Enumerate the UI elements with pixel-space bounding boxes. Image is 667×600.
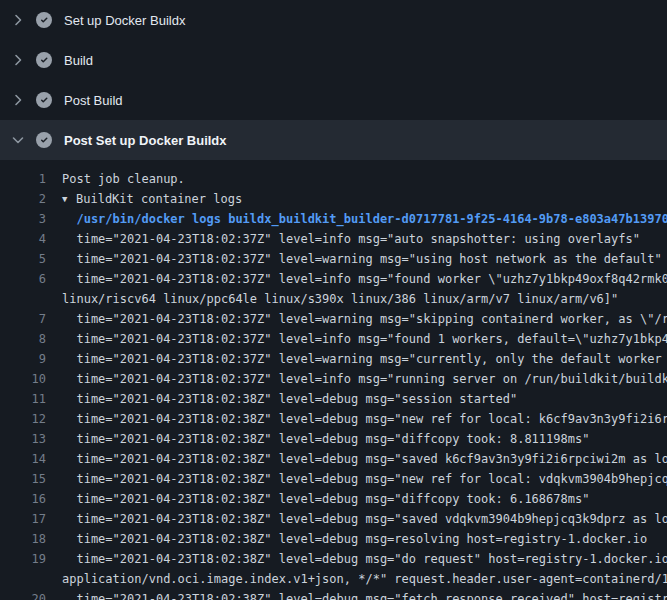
- log-line: 13 time="2021-04-23T18:02:38Z" level=deb…: [0, 429, 667, 449]
- log-line: application/vnd.oci.image.index.v1+json,…: [0, 569, 667, 589]
- line-number[interactable]: 9: [0, 349, 62, 369]
- chevron-right-icon: [10, 12, 26, 28]
- line-number[interactable]: 4: [0, 229, 62, 249]
- line-number[interactable]: 8: [0, 329, 62, 349]
- log-text: linux/riscv64 linux/ppc64le linux/s390x …: [62, 289, 618, 309]
- line-number[interactable]: 7: [0, 309, 62, 329]
- log-line: 2▼BuildKit container logs: [0, 189, 667, 209]
- log-text: time="2021-04-23T18:02:38Z" level=debug …: [62, 429, 589, 449]
- step-header-post-build[interactable]: Post Build: [0, 80, 667, 120]
- log-line: 15 time="2021-04-23T18:02:38Z" level=deb…: [0, 469, 667, 489]
- log-text: time="2021-04-23T18:02:37Z" level=warnin…: [62, 349, 667, 369]
- line-number[interactable]: 5: [0, 249, 62, 269]
- line-number[interactable]: 12: [0, 409, 62, 429]
- workflow-log-viewer: Set up Docker BuildxBuildPost BuildPost …: [0, 0, 667, 600]
- log-line: 20 time="2021-04-23T18:02:38Z" level=deb…: [0, 589, 667, 600]
- log-line: linux/riscv64 linux/ppc64le linux/s390x …: [0, 289, 667, 309]
- line-number: [0, 569, 62, 589]
- log-text: time="2021-04-23T18:02:38Z" level=debug …: [62, 469, 667, 489]
- step-label: Set up Docker Buildx: [64, 13, 185, 28]
- step-label: Build: [64, 53, 93, 68]
- log-line: 16 time="2021-04-23T18:02:38Z" level=deb…: [0, 489, 667, 509]
- line-number[interactable]: 13: [0, 429, 62, 449]
- log-text: time="2021-04-23T18:02:38Z" level=debug …: [62, 589, 667, 600]
- line-number[interactable]: 2: [0, 189, 62, 209]
- line-number: [0, 289, 62, 309]
- log-text: time="2021-04-23T18:02:37Z" level=info m…: [62, 369, 667, 389]
- check-circle-icon: [36, 12, 52, 28]
- log-text: time="2021-04-23T18:02:38Z" level=debug …: [62, 509, 667, 529]
- log-line: 3 /usr/bin/docker logs buildx_buildkit_b…: [0, 209, 667, 229]
- line-number[interactable]: 11: [0, 389, 62, 409]
- chevron-right-icon: [10, 92, 26, 108]
- line-number[interactable]: 19: [0, 549, 62, 569]
- line-number[interactable]: 17: [0, 509, 62, 529]
- line-number[interactable]: 3: [0, 209, 62, 229]
- log-text: time="2021-04-23T18:02:37Z" level=info m…: [62, 329, 667, 349]
- chevron-down-icon: [10, 132, 26, 148]
- chevron-right-icon: [10, 52, 26, 68]
- log-text: application/vnd.oci.image.index.v1+json,…: [62, 569, 667, 589]
- log-line: 6 time="2021-04-23T18:02:37Z" level=info…: [0, 269, 667, 289]
- log-text: time="2021-04-23T18:02:38Z" level=debug …: [62, 549, 667, 569]
- log-text: time="2021-04-23T18:02:38Z" level=debug …: [62, 449, 667, 469]
- step-header-list: Set up Docker BuildxBuildPost BuildPost …: [0, 0, 667, 160]
- line-number[interactable]: 16: [0, 489, 62, 509]
- line-number[interactable]: 1: [0, 169, 62, 189]
- log-line: 9 time="2021-04-23T18:02:37Z" level=warn…: [0, 349, 667, 369]
- line-number[interactable]: 15: [0, 469, 62, 489]
- log-text: time="2021-04-23T18:02:38Z" level=debug …: [62, 529, 647, 549]
- log-text: time="2021-04-23T18:02:37Z" level=info m…: [62, 229, 640, 249]
- log-line: 14 time="2021-04-23T18:02:38Z" level=deb…: [0, 449, 667, 469]
- log-line: 17 time="2021-04-23T18:02:38Z" level=deb…: [0, 509, 667, 529]
- line-number[interactable]: 6: [0, 269, 62, 289]
- line-number[interactable]: 18: [0, 529, 62, 549]
- log-line: 18 time="2021-04-23T18:02:38Z" level=deb…: [0, 529, 667, 549]
- log-line: 8 time="2021-04-23T18:02:37Z" level=info…: [0, 329, 667, 349]
- step-label: Post Set up Docker Buildx: [64, 133, 227, 148]
- log-line: 10 time="2021-04-23T18:02:37Z" level=inf…: [0, 369, 667, 389]
- group-toggle-icon[interactable]: ▼: [62, 189, 76, 209]
- log-line: 11 time="2021-04-23T18:02:38Z" level=deb…: [0, 389, 667, 409]
- check-circle-icon: [36, 52, 52, 68]
- log-line: 7 time="2021-04-23T18:02:37Z" level=warn…: [0, 309, 667, 329]
- log-text: time="2021-04-23T18:02:37Z" level=info m…: [62, 269, 667, 289]
- log-line: 12 time="2021-04-23T18:02:38Z" level=deb…: [0, 409, 667, 429]
- line-number[interactable]: 10: [0, 369, 62, 389]
- line-number[interactable]: 20: [0, 589, 62, 600]
- check-circle-icon: [36, 132, 52, 148]
- log-text: time="2021-04-23T18:02:37Z" level=warnin…: [62, 309, 667, 329]
- command-text: /usr/bin/docker logs buildx_buildkit_bui…: [62, 209, 667, 229]
- log-text[interactable]: BuildKit container logs: [76, 189, 242, 209]
- step-header-set-up-docker-buildx[interactable]: Set up Docker Buildx: [0, 0, 667, 40]
- line-number[interactable]: 14: [0, 449, 62, 469]
- log-text: time="2021-04-23T18:02:37Z" level=warnin…: [62, 249, 662, 269]
- log-line: 19 time="2021-04-23T18:02:38Z" level=deb…: [0, 549, 667, 569]
- step-header-post-set-up-docker-buildx[interactable]: Post Set up Docker Buildx: [0, 120, 667, 160]
- log-panel: 1Post job cleanup.2▼BuildKit container l…: [0, 160, 667, 600]
- log-text: Post job cleanup.: [62, 169, 185, 189]
- step-header-build[interactable]: Build: [0, 40, 667, 80]
- log-text: time="2021-04-23T18:02:38Z" level=debug …: [62, 489, 589, 509]
- log-line: 1Post job cleanup.: [0, 169, 667, 189]
- check-circle-icon: [36, 92, 52, 108]
- log-text: time="2021-04-23T18:02:38Z" level=debug …: [62, 409, 667, 429]
- log-text: time="2021-04-23T18:02:38Z" level=debug …: [62, 389, 517, 409]
- log-line: 5 time="2021-04-23T18:02:37Z" level=warn…: [0, 249, 667, 269]
- log-line: 4 time="2021-04-23T18:02:37Z" level=info…: [0, 229, 667, 249]
- step-label: Post Build: [64, 93, 123, 108]
